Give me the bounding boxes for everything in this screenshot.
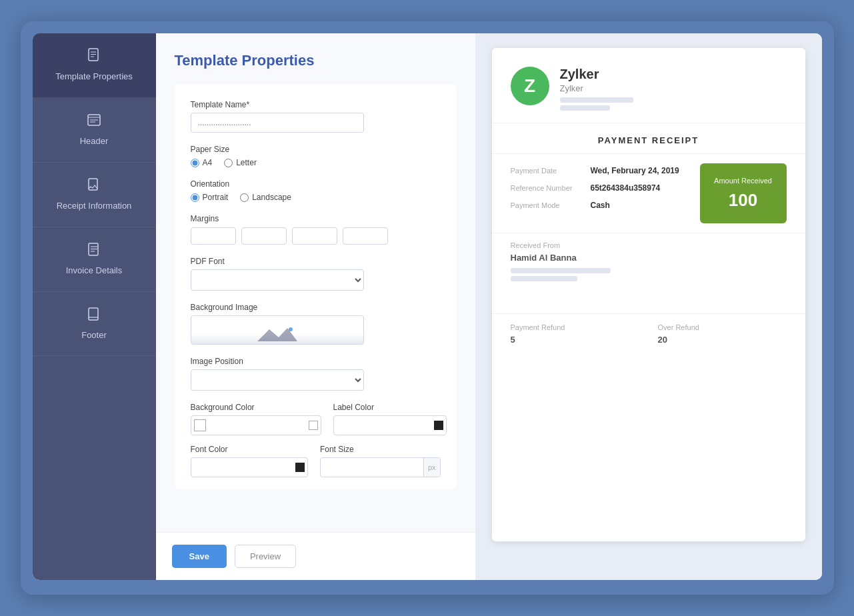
template-properties-icon bbox=[87, 48, 101, 67]
receipt-company: Zylker Zylker bbox=[560, 67, 787, 111]
image-position-label: Image Position bbox=[191, 357, 441, 366]
orientation-label: Orientation bbox=[191, 179, 441, 189]
payment-refund-value: 5 bbox=[511, 335, 639, 345]
margin-right-input[interactable] bbox=[241, 227, 287, 245]
paper-size-letter-label: Letter bbox=[236, 158, 257, 167]
svg-rect-13 bbox=[89, 308, 98, 320]
label-color-text[interactable] bbox=[334, 421, 431, 429]
font-color-input-group bbox=[191, 457, 308, 477]
header-icon bbox=[87, 113, 101, 131]
form-section: Template Name* Paper Size A4 bbox=[175, 84, 457, 489]
template-name-input[interactable] bbox=[191, 113, 364, 133]
preview-panel: Z Zylker Zylker PAYMENT RECEIPT bbox=[475, 33, 822, 580]
receipt-title: PAYMENT RECEIPT bbox=[492, 123, 805, 154]
image-position-select[interactable] bbox=[191, 369, 364, 391]
bg-color-picker[interactable] bbox=[309, 421, 318, 430]
sidebar-item-label: Invoice Details bbox=[66, 265, 123, 277]
paper-size-a4-label: A4 bbox=[203, 158, 213, 167]
bg-image-preview[interactable] bbox=[191, 315, 364, 345]
received-from-name: Hamid Al Banna bbox=[511, 253, 787, 263]
paper-size-a4-option[interactable]: A4 bbox=[191, 158, 213, 167]
orientation-portrait-radio[interactable] bbox=[191, 193, 199, 202]
received-from-lines bbox=[511, 268, 787, 281]
orientation-landscape-option[interactable]: Landscape bbox=[240, 193, 291, 202]
sidebar-item-template-properties[interactable]: Template Properties bbox=[33, 33, 156, 98]
payment-mode-row: Payment Mode Cash bbox=[511, 201, 700, 210]
received-from-line-2 bbox=[511, 276, 577, 281]
orientation-landscape-label: Landscape bbox=[252, 193, 291, 202]
amount-received-label: Amount Received bbox=[714, 176, 772, 185]
bg-image-label: Background Image bbox=[191, 303, 441, 312]
page-title: Template Properties bbox=[175, 52, 457, 69]
over-refund-label: Over Refund bbox=[658, 323, 787, 331]
receipt-information-icon bbox=[87, 177, 101, 196]
received-from-section: Received From Hamid Al Banna bbox=[492, 233, 805, 293]
paper-size-letter-option[interactable]: Letter bbox=[224, 158, 257, 167]
margin-bottom-input[interactable] bbox=[292, 227, 337, 245]
company-address-line-2 bbox=[560, 105, 610, 111]
sidebar-item-footer[interactable]: Footer bbox=[33, 292, 156, 357]
company-address-lines bbox=[560, 97, 787, 111]
bg-color-input-group bbox=[191, 415, 321, 435]
paper-size-a4-radio[interactable] bbox=[191, 159, 199, 167]
font-row: Font Color Font Size px bbox=[191, 445, 441, 477]
bg-color-label: Background Color bbox=[191, 403, 321, 412]
receipt-body: Payment Date Wed, February 24, 2019 Refe… bbox=[492, 154, 805, 233]
font-size-label: Font Size bbox=[320, 445, 441, 454]
font-size-unit: px bbox=[423, 458, 440, 477]
sidebar-item-invoice-details[interactable]: Invoice Details bbox=[33, 227, 156, 292]
bg-color-text[interactable] bbox=[209, 421, 306, 429]
sidebar-item-label: Template Properties bbox=[55, 71, 133, 83]
bg-image-row: Background Image bbox=[191, 303, 441, 345]
receipt-header: Z Zylker Zylker bbox=[492, 48, 805, 123]
paper-size-letter-radio[interactable] bbox=[224, 159, 233, 167]
payment-date-row: Payment Date Wed, February 24, 2019 bbox=[511, 166, 700, 175]
receipt-spacer bbox=[492, 293, 805, 313]
label-color-picker[interactable] bbox=[434, 421, 443, 430]
font-size-input-group: px bbox=[320, 457, 441, 477]
orientation-landscape-radio[interactable] bbox=[240, 193, 249, 202]
margins-row: Margins bbox=[191, 214, 441, 245]
label-color-field: Label Color bbox=[333, 403, 447, 435]
orientation-portrait-label: Portrait bbox=[203, 193, 229, 202]
svg-point-16 bbox=[289, 327, 293, 331]
over-refund-col: Over Refund 20 bbox=[658, 323, 787, 345]
payment-refund-col: Payment Refund 5 bbox=[511, 323, 639, 345]
color-row-1: Background Color Label Color bbox=[191, 403, 441, 435]
reference-number-label: Reference Number bbox=[511, 184, 584, 192]
font-color-label: Font Color bbox=[191, 445, 308, 454]
buttons-row: Save Preview bbox=[156, 532, 475, 580]
preview-button[interactable]: Preview bbox=[235, 545, 296, 568]
payment-date-label: Payment Date bbox=[511, 167, 584, 175]
amount-received-box: Amount Received 100 bbox=[700, 163, 787, 223]
label-color-label: Label Color bbox=[333, 403, 447, 412]
reference-number-value: 65t264384u358974 bbox=[591, 183, 661, 193]
bg-color-swatch[interactable] bbox=[194, 419, 206, 431]
company-address-line-1 bbox=[560, 97, 633, 103]
company-sub: Zylker bbox=[560, 83, 787, 93]
margin-left-input[interactable] bbox=[343, 227, 388, 245]
sidebar-item-receipt-information[interactable]: Receipt Information bbox=[33, 163, 156, 227]
bg-color-field: Background Color bbox=[191, 403, 321, 435]
amount-received-value: 100 bbox=[729, 190, 757, 211]
receipt-footer: Payment Refund 5 Over Refund 20 bbox=[492, 313, 805, 354]
receipt-details: Payment Date Wed, February 24, 2019 Refe… bbox=[511, 154, 700, 233]
svg-rect-8 bbox=[89, 179, 97, 190]
outer-frame: Template Properties Header Receipt Infor… bbox=[21, 21, 834, 595]
save-button[interactable]: Save bbox=[172, 545, 227, 568]
payment-date-value: Wed, February 24, 2019 bbox=[591, 166, 679, 175]
pdf-font-select[interactable] bbox=[191, 269, 364, 291]
sidebar-item-header[interactable]: Header bbox=[33, 98, 156, 163]
orientation-portrait-option[interactable]: Portrait bbox=[191, 193, 229, 202]
margins-label: Margins bbox=[191, 214, 441, 223]
invoice-details-icon bbox=[87, 242, 101, 261]
label-color-input-group bbox=[333, 415, 447, 435]
template-name-label: Template Name* bbox=[191, 100, 441, 109]
font-color-picker[interactable] bbox=[295, 463, 305, 472]
received-from-line-1 bbox=[511, 268, 611, 273]
margin-top-input[interactable] bbox=[191, 227, 236, 245]
template-name-row: Template Name* bbox=[191, 100, 441, 133]
payment-mode-label: Payment Mode bbox=[511, 201, 584, 209]
font-size-input[interactable] bbox=[321, 463, 423, 471]
font-color-text[interactable] bbox=[191, 463, 293, 471]
